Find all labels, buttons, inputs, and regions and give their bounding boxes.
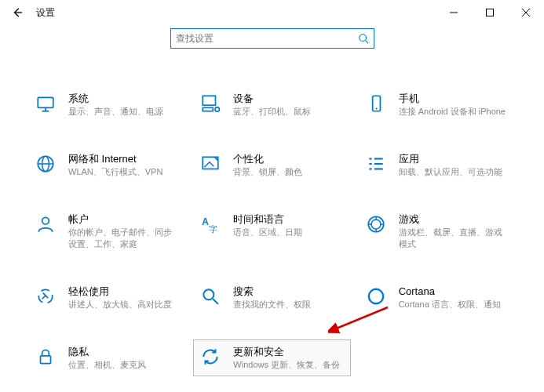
search-input[interactable] [176,33,358,44]
maximize-icon [486,9,494,16]
phone-icon [366,93,388,115]
svg-point-37 [368,289,382,303]
time-icon: A字 [200,214,222,236]
svg-point-5 [359,34,366,42]
category-desc: 游戏栏、截屏、直播、游戏模式 [399,227,509,250]
category-phone[interactable]: 手机连接 Android 设备和 iPhone [359,86,516,123]
category-name: 轻松使用 [68,285,172,299]
category-desc: 卸载、默认应用、可选功能 [399,166,502,178]
window-title: 设置 [36,6,55,20]
category-search[interactable]: 搜索查找我的文件、权限 [193,279,350,316]
svg-line-36 [214,299,219,304]
category-ease[interactable]: 轻松使用讲述人、放大镜、高对比度 [28,279,185,316]
svg-text:字: 字 [209,224,217,234]
category-privacy[interactable]: 隐私位置、相机、麦克风 [28,339,185,376]
category-desc: 位置、相机、麦克风 [68,359,146,371]
category-name: 应用 [399,152,502,166]
network-icon [35,154,57,176]
update-icon [200,347,222,368]
category-name: 个性化 [233,152,302,166]
svg-rect-11 [203,107,214,111]
svg-point-12 [215,107,219,111]
category-desc: 查找我的文件、权限 [233,299,311,310]
category-gaming[interactable]: 游戏游戏栏、截屏、直播、游戏模式 [359,207,516,256]
category-name: 帐户 [68,212,178,227]
minimize-icon [450,9,458,16]
category-name: 游戏 [399,212,509,227]
svg-point-35 [204,289,214,299]
category-desc: 连接 Android 设备和 iPhone [399,106,506,118]
search-icon [200,286,222,308]
category-cortana[interactable]: CortanaCortana 语言、权限、通知 [359,279,516,316]
close-icon [522,9,530,16]
search-row [0,28,544,49]
svg-point-14 [375,107,377,109]
ease-icon [35,286,57,308]
cortana-icon [366,286,388,308]
personal-icon [200,154,222,176]
category-accounts[interactable]: 帐户你的帐户、电子邮件、同步设置、工作、家庭 [28,207,185,256]
category-name: 时间和语言 [233,212,302,227]
svg-point-29 [371,220,381,229]
back-button[interactable] [9,5,25,20]
close-button[interactable] [508,0,544,25]
category-name: 设备 [233,92,311,106]
category-desc: Cortana 语言、权限、通知 [399,299,501,310]
category-system[interactable]: 系统显示、声音、通知、电源 [28,86,185,123]
maximize-button[interactable] [472,0,508,25]
svg-rect-7 [38,97,53,107]
search-icon [358,33,369,44]
category-update[interactable]: 更新和安全Windows 更新、恢复、备份 [193,339,350,376]
svg-rect-2 [487,9,494,16]
search-box[interactable] [170,28,374,49]
svg-text:A: A [202,216,209,227]
svg-point-25 [42,217,49,224]
accounts-icon [35,214,57,236]
devices-icon [200,93,222,115]
category-apps[interactable]: 应用卸载、默认应用、可选功能 [359,147,516,183]
category-desc: Windows 更新、恢复、备份 [233,359,340,371]
window-controls [436,0,544,25]
category-personal[interactable]: 个性化背景、锁屏、颜色 [193,147,350,183]
svg-rect-38 [41,356,51,364]
category-desc: 你的帐户、电子邮件、同步设置、工作、家庭 [68,227,178,250]
titlebar: 设置 [0,0,544,25]
category-name: 手机 [399,92,506,106]
svg-rect-10 [203,96,216,105]
category-name: 更新和安全 [233,345,340,359]
settings-grid: 系统显示、声音、通知、电源设备蓝牙、打印机、鼠标手机连接 Android 设备和… [0,49,544,376]
privacy-icon [35,347,57,368]
minimize-button[interactable] [436,0,472,25]
svg-line-6 [365,41,368,44]
category-desc: 讲述人、放大镜、高对比度 [68,299,172,310]
category-name: 搜索 [233,285,311,299]
category-desc: 蓝牙、打印机、鼠标 [233,106,311,118]
category-desc: 语音、区域、日期 [233,227,302,238]
category-desc: WLAN、飞行模式、VPN [68,166,162,178]
category-name: Cortana [399,285,501,299]
category-time[interactable]: A字时间和语言语音、区域、日期 [193,207,350,256]
category-name: 系统 [68,92,163,106]
system-icon [35,93,57,115]
arrow-left-icon [12,7,23,18]
category-desc: 显示、声音、通知、电源 [68,106,163,118]
category-devices[interactable]: 设备蓝牙、打印机、鼠标 [193,86,350,123]
category-network[interactable]: 网络和 InternetWLAN、飞行模式、VPN [28,147,185,183]
category-desc: 背景、锁屏、颜色 [233,166,302,178]
gaming-icon [366,214,388,236]
apps-icon [366,154,388,176]
category-name: 隐私 [68,345,146,359]
category-name: 网络和 Internet [68,152,162,166]
